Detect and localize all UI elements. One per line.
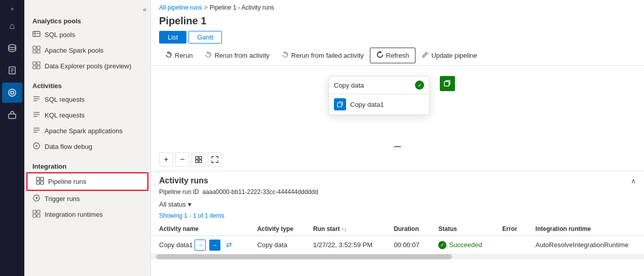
rerun-from-activity-button[interactable]: Rerun from activity <box>199 48 275 63</box>
sidebar-item-pipeline-runs[interactable]: Pipeline runs <box>27 173 147 190</box>
horizontal-scrollbar[interactable] <box>151 254 644 259</box>
sidebar-item-data-explorer-pools[interactable]: Data Explorer pools (preview) <box>24 58 150 74</box>
doc-icon[interactable] <box>2 60 22 81</box>
activity-runs-collapse-button[interactable]: ∧ <box>631 177 636 185</box>
breadcrumb-separator: > <box>204 4 208 11</box>
fit-view-button[interactable] <box>192 152 206 167</box>
sidebar-collapse-button[interactable]: « <box>143 6 146 13</box>
sidebar-item-trigger-runs[interactable]: Trigger runs <box>24 191 150 207</box>
sidebar: « Analytics pools SQL pools Apache Spark… <box>24 0 151 276</box>
home-icon[interactable]: ⌂ <box>2 16 22 36</box>
sidebar-item-kql-requests[interactable]: KQL requests <box>24 107 150 123</box>
cell-duration: 00:00:07 <box>386 236 430 254</box>
pipeline-runs-icon <box>36 177 44 186</box>
status-value: Succeeded <box>449 241 482 249</box>
scrollbar-thumb[interactable] <box>156 254 452 259</box>
cell-run-start: 1/27/22, 3:52:59 PM <box>305 236 386 254</box>
rerun-from-activity-icon <box>205 51 212 60</box>
col-activity-type: Activity type <box>249 222 305 236</box>
activity-name-value: Copy data1 <box>159 241 193 249</box>
sidebar-item-data-flow-debug[interactable]: Data flow debug <box>24 139 150 154</box>
page-title: Pipeline 1 <box>151 13 644 31</box>
svg-rect-40 <box>196 156 198 159</box>
sidebar-item-apache-spark-pools[interactable]: Apache Spark pools <box>24 43 150 58</box>
svg-rect-42 <box>196 160 198 163</box>
rerun-button[interactable]: Rerun <box>159 48 199 63</box>
col-activity-name: Activity name <box>151 222 249 236</box>
tab-gantt[interactable]: Gantt <box>188 31 222 44</box>
breadcrumb-link[interactable]: All pipeline runs <box>159 4 202 11</box>
data-flow-debug-icon <box>32 142 41 151</box>
canvas-activity-block <box>440 76 455 91</box>
activity-runs-title: Activity runs <box>159 176 208 185</box>
trigger-runs-label: Trigger runs <box>45 195 80 203</box>
svg-rect-32 <box>41 181 44 184</box>
data-icon[interactable] <box>2 38 22 58</box>
sidebar-item-spark-apps[interactable]: Apache Spark applications <box>24 123 150 139</box>
activity-popup-item[interactable]: Copy data1 <box>329 94 429 114</box>
update-pipeline-button[interactable]: Update pipeline <box>415 48 483 63</box>
spark-apps-label: Apache Spark applications <box>45 127 123 135</box>
activity-runs-section: Activity runs ∧ Pipeline run ID aaaa0000… <box>151 171 644 276</box>
activity-popup: Copy data ✓ Copy data1 <box>328 76 430 115</box>
svg-rect-35 <box>37 210 40 213</box>
monitor-icon[interactable] <box>2 83 22 103</box>
status-filter-button[interactable]: All status ▾ <box>159 201 192 208</box>
svg-rect-17 <box>33 66 36 69</box>
update-pipeline-icon <box>422 51 429 60</box>
icon-bar: » ⌂ <box>0 0 24 276</box>
table-row: Copy data1 → → ⇄ Copy data 1/27/22, 3:52… <box>151 236 644 254</box>
sidebar-item-integration-runtimes[interactable]: Integration runtimes <box>24 207 150 222</box>
svg-rect-11 <box>33 46 36 49</box>
popup-check-icon: ✓ <box>415 81 424 90</box>
svg-rect-38 <box>337 103 342 107</box>
zoom-out-button[interactable]: − <box>175 152 190 167</box>
expand-sidebar-icon[interactable]: » <box>9 4 16 14</box>
svg-rect-34 <box>33 210 36 213</box>
briefcase-icon[interactable] <box>2 105 22 125</box>
svg-rect-12 <box>37 46 40 49</box>
data-flow-debug-label: Data flow debug <box>45 143 92 150</box>
row-action-icon-3[interactable]: ⇄ <box>223 239 235 250</box>
pipeline-run-id-label: Pipeline run ID <box>159 188 199 195</box>
main-content: All pipeline runs > Pipeline 1 - Activit… <box>151 0 644 276</box>
svg-rect-18 <box>37 66 40 69</box>
popup-item-label: Copy data1 <box>350 101 384 108</box>
spark-pools-icon <box>32 46 41 55</box>
svg-rect-30 <box>41 177 44 180</box>
integration-runtimes-label: Integration runtimes <box>45 211 103 218</box>
tab-list[interactable]: List <box>159 31 186 44</box>
rerun-from-failed-button[interactable]: Rerun from failed activity <box>276 48 370 63</box>
analytics-pools-section-title: Analytics pools <box>24 13 150 27</box>
svg-rect-39 <box>444 82 449 86</box>
popup-header-label: Copy data <box>334 82 364 89</box>
col-error: Error <box>494 222 527 236</box>
col-duration: Duration <box>386 222 430 236</box>
refresh-button[interactable]: Refresh <box>370 48 416 63</box>
sort-icon: ↑↓ <box>342 226 347 232</box>
sidebar-item-sql-requests[interactable]: SQL requests <box>24 92 150 107</box>
cell-activity-name: Copy data1 → → ⇄ <box>151 236 249 254</box>
refresh-icon <box>376 51 384 60</box>
pipeline-canvas[interactable]: Copy data ✓ Copy data1 — + − <box>151 66 644 171</box>
fullscreen-button[interactable] <box>208 152 222 167</box>
pipeline-run-id-row: Pipeline run ID aaaa0000-bb11-2222-33cc-… <box>151 187 644 199</box>
zoom-in-button[interactable]: + <box>159 152 173 167</box>
sql-pools-label: SQL pools <box>45 31 75 38</box>
sql-requests-label: SQL requests <box>45 96 85 103</box>
sidebar-item-sql-pools[interactable]: SQL pools <box>24 27 150 43</box>
pipeline-runs-label: Pipeline runs <box>48 178 86 185</box>
rerun-icon <box>165 51 172 60</box>
trigger-runs-icon <box>32 194 41 204</box>
breadcrumb-current: Pipeline 1 - Activity runs <box>210 4 274 11</box>
kql-requests-label: KQL requests <box>45 111 85 119</box>
row-action-icon-1[interactable]: → <box>195 240 206 251</box>
activity-runs-table: Activity name Activity type Run start ↑↓… <box>151 222 644 254</box>
kql-requests-icon <box>32 110 41 120</box>
data-explorer-label: Data Explorer pools (preview) <box>45 62 131 70</box>
tab-bar: List Gantt <box>151 31 644 44</box>
pipeline-run-id-value: aaaa0000-bb11-2222-33cc-444444dddddd <box>202 188 318 195</box>
row-action-icon-2[interactable]: → <box>209 240 220 251</box>
col-run-start[interactable]: Run start ↑↓ <box>305 222 386 236</box>
cell-activity-type: Copy data <box>249 236 305 254</box>
